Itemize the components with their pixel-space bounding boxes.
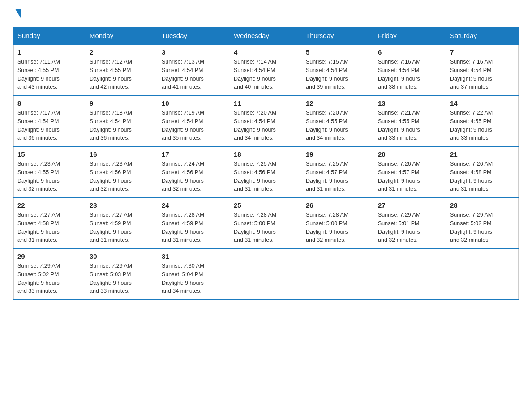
calendar-day-cell: 27Sunrise: 7:29 AMSunset: 5:01 PMDayligh…	[374, 197, 446, 248]
calendar-day-cell: 14Sunrise: 7:22 AMSunset: 4:55 PMDayligh…	[446, 95, 519, 146]
calendar-day-cell: 4Sunrise: 7:14 AMSunset: 4:54 PMDaylight…	[230, 44, 302, 95]
logo	[13, 9, 21, 18]
calendar-day-cell: 18Sunrise: 7:25 AMSunset: 4:56 PMDayligh…	[230, 146, 302, 197]
day-info: Sunrise: 7:26 AMSunset: 4:57 PMDaylight:…	[378, 160, 442, 193]
day-info: Sunrise: 7:24 AMSunset: 4:56 PMDaylight:…	[162, 160, 226, 193]
calendar-day-cell: 9Sunrise: 7:18 AMSunset: 4:54 PMDaylight…	[86, 95, 158, 146]
day-number: 3	[162, 48, 226, 56]
day-info: Sunrise: 7:29 AMSunset: 5:02 PMDaylight:…	[450, 211, 515, 244]
calendar-day-header: Friday	[374, 27, 446, 45]
day-info: Sunrise: 7:29 AMSunset: 5:03 PMDaylight:…	[90, 262, 154, 295]
day-info: Sunrise: 7:14 AMSunset: 4:54 PMDaylight:…	[234, 58, 298, 91]
day-info: Sunrise: 7:26 AMSunset: 4:58 PMDaylight:…	[450, 160, 515, 193]
calendar-week-row: 29Sunrise: 7:29 AMSunset: 5:02 PMDayligh…	[14, 248, 519, 300]
day-number: 15	[17, 150, 82, 158]
day-info: Sunrise: 7:16 AMSunset: 4:54 PMDaylight:…	[378, 58, 442, 91]
day-info: Sunrise: 7:28 AMSunset: 4:59 PMDaylight:…	[162, 211, 226, 244]
day-number: 5	[306, 48, 370, 56]
calendar-day-header: Wednesday	[230, 27, 302, 45]
day-number: 16	[90, 150, 154, 158]
day-number: 27	[378, 201, 442, 209]
logo-blue-text	[13, 9, 21, 18]
day-info: Sunrise: 7:17 AMSunset: 4:54 PMDaylight:…	[17, 109, 82, 142]
day-number: 26	[306, 201, 370, 209]
calendar-day-cell: 23Sunrise: 7:27 AMSunset: 4:59 PMDayligh…	[86, 197, 158, 248]
day-info: Sunrise: 7:25 AMSunset: 4:56 PMDaylight:…	[234, 160, 298, 193]
calendar-day-cell: 21Sunrise: 7:26 AMSunset: 4:58 PMDayligh…	[446, 146, 519, 197]
calendar-day-cell: 22Sunrise: 7:27 AMSunset: 4:58 PMDayligh…	[14, 197, 86, 248]
calendar-day-cell: 10Sunrise: 7:19 AMSunset: 4:54 PMDayligh…	[158, 95, 230, 146]
calendar-day-cell: 2Sunrise: 7:12 AMSunset: 4:55 PMDaylight…	[86, 44, 158, 95]
day-number: 6	[378, 48, 442, 56]
calendar-day-cell: 3Sunrise: 7:13 AMSunset: 4:54 PMDaylight…	[158, 44, 230, 95]
calendar-day-cell: 20Sunrise: 7:26 AMSunset: 4:57 PMDayligh…	[374, 146, 446, 197]
calendar-day-header: Tuesday	[158, 27, 230, 45]
day-info: Sunrise: 7:28 AMSunset: 5:00 PMDaylight:…	[234, 211, 298, 244]
calendar-day-cell: 6Sunrise: 7:16 AMSunset: 4:54 PMDaylight…	[374, 44, 446, 95]
day-info: Sunrise: 7:15 AMSunset: 4:54 PMDaylight:…	[306, 58, 370, 91]
day-info: Sunrise: 7:22 AMSunset: 4:55 PMDaylight:…	[450, 109, 515, 142]
calendar-day-cell: 11Sunrise: 7:20 AMSunset: 4:54 PMDayligh…	[230, 95, 302, 146]
day-info: Sunrise: 7:23 AMSunset: 4:55 PMDaylight:…	[17, 160, 82, 193]
day-number: 10	[162, 99, 226, 107]
calendar-week-row: 22Sunrise: 7:27 AMSunset: 4:58 PMDayligh…	[14, 197, 519, 248]
calendar-day-cell: 17Sunrise: 7:24 AMSunset: 4:56 PMDayligh…	[158, 146, 230, 197]
day-number: 18	[234, 150, 298, 158]
day-number: 8	[17, 99, 82, 107]
calendar-day-cell	[446, 248, 519, 300]
calendar-day-cell	[230, 248, 302, 300]
calendar-day-cell: 19Sunrise: 7:25 AMSunset: 4:57 PMDayligh…	[302, 146, 374, 197]
page-header	[13, 9, 519, 18]
calendar-day-cell: 29Sunrise: 7:29 AMSunset: 5:02 PMDayligh…	[14, 248, 86, 300]
calendar-day-cell: 31Sunrise: 7:30 AMSunset: 5:04 PMDayligh…	[158, 248, 230, 300]
calendar-day-cell: 28Sunrise: 7:29 AMSunset: 5:02 PMDayligh…	[446, 197, 519, 248]
day-info: Sunrise: 7:16 AMSunset: 4:54 PMDaylight:…	[450, 58, 515, 91]
day-number: 9	[90, 99, 154, 107]
day-number: 31	[162, 253, 226, 260]
day-info: Sunrise: 7:29 AMSunset: 5:01 PMDaylight:…	[378, 211, 442, 244]
day-number: 28	[450, 201, 515, 209]
calendar-day-cell: 24Sunrise: 7:28 AMSunset: 4:59 PMDayligh…	[158, 197, 230, 248]
calendar-day-cell: 1Sunrise: 7:11 AMSunset: 4:55 PMDaylight…	[14, 44, 86, 95]
day-info: Sunrise: 7:21 AMSunset: 4:55 PMDaylight:…	[378, 109, 442, 142]
calendar-day-cell: 15Sunrise: 7:23 AMSunset: 4:55 PMDayligh…	[14, 146, 86, 197]
day-info: Sunrise: 7:27 AMSunset: 4:58 PMDaylight:…	[17, 211, 82, 244]
calendar-day-cell: 30Sunrise: 7:29 AMSunset: 5:03 PMDayligh…	[86, 248, 158, 300]
day-number: 1	[17, 48, 82, 56]
day-number: 2	[90, 48, 154, 56]
day-info: Sunrise: 7:25 AMSunset: 4:57 PMDaylight:…	[306, 160, 370, 193]
day-info: Sunrise: 7:29 AMSunset: 5:02 PMDaylight:…	[17, 262, 82, 295]
day-info: Sunrise: 7:20 AMSunset: 4:54 PMDaylight:…	[234, 109, 298, 142]
day-number: 17	[162, 150, 226, 158]
day-number: 13	[378, 99, 442, 107]
calendar-week-row: 1Sunrise: 7:11 AMSunset: 4:55 PMDaylight…	[14, 44, 519, 95]
day-number: 25	[234, 201, 298, 209]
calendar-week-row: 8Sunrise: 7:17 AMSunset: 4:54 PMDaylight…	[14, 95, 519, 146]
logo-triangle-icon	[15, 9, 21, 18]
calendar-day-cell: 5Sunrise: 7:15 AMSunset: 4:54 PMDaylight…	[302, 44, 374, 95]
day-info: Sunrise: 7:20 AMSunset: 4:55 PMDaylight:…	[306, 109, 370, 142]
calendar-week-row: 15Sunrise: 7:23 AMSunset: 4:55 PMDayligh…	[14, 146, 519, 197]
day-info: Sunrise: 7:12 AMSunset: 4:55 PMDaylight:…	[90, 58, 154, 91]
day-number: 29	[17, 253, 82, 260]
day-info: Sunrise: 7:30 AMSunset: 5:04 PMDaylight:…	[162, 262, 226, 295]
day-number: 21	[450, 150, 515, 158]
calendar-day-cell: 16Sunrise: 7:23 AMSunset: 4:56 PMDayligh…	[86, 146, 158, 197]
day-info: Sunrise: 7:28 AMSunset: 5:00 PMDaylight:…	[306, 211, 370, 244]
calendar-day-cell: 12Sunrise: 7:20 AMSunset: 4:55 PMDayligh…	[302, 95, 374, 146]
calendar-day-cell	[302, 248, 374, 300]
day-info: Sunrise: 7:27 AMSunset: 4:59 PMDaylight:…	[90, 211, 154, 244]
day-number: 24	[162, 201, 226, 209]
day-info: Sunrise: 7:13 AMSunset: 4:54 PMDaylight:…	[162, 58, 226, 91]
day-info: Sunrise: 7:18 AMSunset: 4:54 PMDaylight:…	[90, 109, 154, 142]
day-number: 30	[90, 253, 154, 260]
calendar-day-cell: 26Sunrise: 7:28 AMSunset: 5:00 PMDayligh…	[302, 197, 374, 248]
day-number: 19	[306, 150, 370, 158]
day-number: 14	[450, 99, 515, 107]
calendar-day-cell: 7Sunrise: 7:16 AMSunset: 4:54 PMDaylight…	[446, 44, 519, 95]
calendar-day-header: Thursday	[302, 27, 374, 45]
day-number: 22	[17, 201, 82, 209]
calendar-day-header: Saturday	[446, 27, 519, 45]
calendar-day-cell: 25Sunrise: 7:28 AMSunset: 5:00 PMDayligh…	[230, 197, 302, 248]
day-info: Sunrise: 7:19 AMSunset: 4:54 PMDaylight:…	[162, 109, 226, 142]
